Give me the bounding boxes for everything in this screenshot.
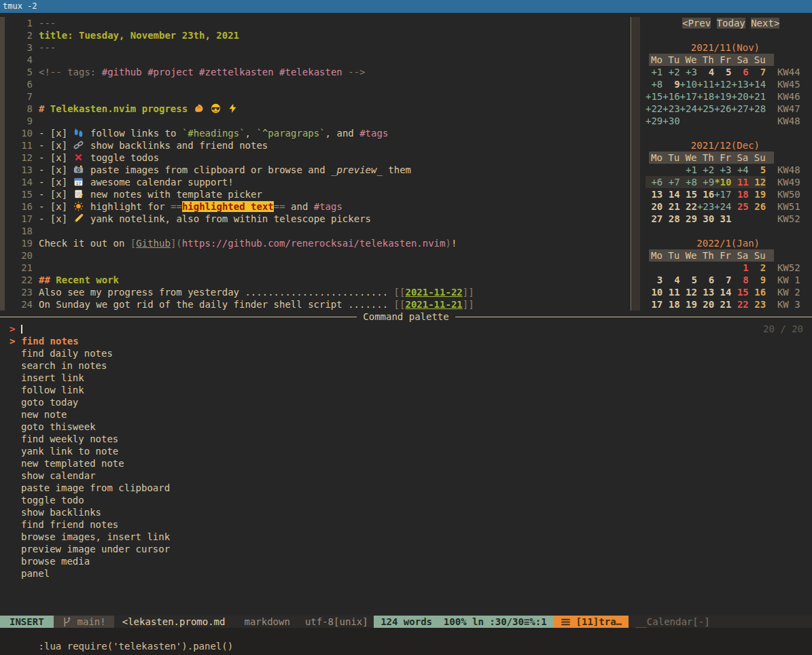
calendar-day[interactable]: 3 (646, 275, 663, 285)
calendar-day[interactable]: +26 (714, 103, 731, 114)
editor-line[interactable]: 9 (5, 115, 631, 127)
calendar-day[interactable]: 26 (749, 201, 766, 212)
calendar-day[interactable]: 4 (697, 67, 714, 77)
calendar-day[interactable]: +2 (697, 164, 714, 175)
calendar-day[interactable]: +12 (714, 79, 731, 90)
calendar-day[interactable]: +27 (731, 103, 748, 114)
editor-line[interactable]: 10- [x] follow links to `#headings`, `^p… (5, 127, 631, 139)
calendar-day[interactable]: 5 (714, 67, 731, 77)
calendar-day[interactable]: +30 (663, 116, 679, 126)
calendar-day[interactable]: 7 (714, 275, 731, 285)
calendar-day[interactable]: +19 (714, 91, 731, 102)
editor-line[interactable]: 19Check it out on [Github](https://githu… (5, 237, 631, 249)
calendar-day[interactable]: +23 (663, 103, 679, 114)
editor-line[interactable]: 5<!-- tags: #github #project #zettelkast… (5, 66, 631, 78)
calendar-day[interactable]: 21 (663, 201, 679, 212)
calendar-day[interactable]: 7 (749, 67, 766, 77)
calendar-day[interactable]: +10 (680, 79, 697, 90)
editor-line[interactable]: 13- [x] paste images from clipboard or b… (5, 164, 631, 176)
pane-separator[interactable] (631, 17, 631, 311)
editor-line[interactable]: 14- [x] 17 awesome calendar support! (5, 176, 631, 188)
calendar-nav-next[interactable]: Next> (751, 18, 779, 29)
calendar-day[interactable]: 8 (731, 275, 748, 285)
url-link[interactable]: https://github.com/renerocksai/telekaste… (182, 238, 446, 249)
calendar-nav-prev[interactable]: <Prev (682, 18, 711, 29)
calendar-day[interactable]: 18 (731, 189, 748, 200)
editor-line[interactable]: 15- [x] new notes with template picker (5, 188, 631, 200)
editor-line[interactable]: 11- [x] show backlinks and friend notes (5, 139, 631, 152)
calendar-day[interactable]: 22 (731, 299, 748, 310)
calendar-day[interactable]: 5 (749, 164, 766, 175)
calendar-day[interactable]: +29 (646, 116, 663, 126)
calendar-day[interactable]: +2 (663, 67, 679, 77)
calendar-day[interactable]: 11 (731, 177, 748, 188)
calendar-day[interactable]: 2 (749, 262, 766, 273)
editor-line[interactable]: 1--- (5, 17, 631, 29)
palette-item[interactable]: find daily notes (0, 347, 812, 359)
calendar-day[interactable]: 13 (646, 189, 663, 200)
calendar-day[interactable]: 6 (731, 67, 748, 77)
calendar-day[interactable]: 16 (697, 189, 714, 200)
calendar-day[interactable]: +22 (646, 103, 663, 114)
calendar-day[interactable]: 29 (680, 213, 697, 224)
calendar-day[interactable]: 15 (680, 189, 697, 200)
calendar-day[interactable]: 11 (663, 287, 679, 298)
palette-item[interactable]: panel (0, 567, 812, 580)
editor-line[interactable]: 7 (5, 90, 631, 103)
calendar-day[interactable]: +4 (731, 164, 748, 175)
calendar-day[interactable]: 20 (697, 299, 714, 310)
md-link[interactable]: Github (136, 238, 171, 249)
calendar-day[interactable]: 18 (663, 299, 679, 310)
calendar-day[interactable]: +16 (663, 91, 679, 102)
palette-item[interactable]: search in notes (0, 359, 812, 372)
calendar-day[interactable]: +8 (680, 177, 697, 188)
editor-line[interactable]: 21 (5, 262, 631, 274)
calendar-day[interactable]: 27 (646, 213, 663, 224)
calendar-day[interactable]: 20 (646, 201, 663, 212)
calendar-day[interactable]: 1 (731, 262, 748, 273)
palette-item[interactable]: >find notes (0, 335, 812, 347)
editor-line[interactable]: 24On Sunday we got rid of the daily find… (5, 298, 631, 311)
editor-line[interactable]: 20 (5, 249, 631, 262)
palette-item[interactable]: yank link to note (0, 445, 812, 457)
calendar-day[interactable]: 19 (680, 299, 697, 310)
palette-prompt-input[interactable]: > 20 / 20 (0, 323, 812, 335)
calendar-day[interactable]: 28 (663, 213, 679, 224)
editor-line[interactable]: 4 (5, 54, 631, 66)
calendar-day[interactable]: 19 (749, 189, 766, 200)
editor-line[interactable]: 18 (5, 225, 631, 237)
calendar-day[interactable]: 23 (749, 299, 766, 310)
calendar-day[interactable]: +3 (714, 164, 731, 175)
palette-item[interactable]: new templated note (0, 457, 812, 470)
editor-pane[interactable]: 1---2title: Tuesday, November 23th, 2021… (5, 17, 631, 311)
command-line[interactable]: :lua require('telekasten').panel() (0, 628, 812, 640)
calendar-day[interactable]: +1 (680, 164, 697, 175)
palette-item[interactable]: find weekly notes (0, 433, 812, 445)
calendar-day[interactable]: +20 (731, 91, 748, 102)
palette-item[interactable]: show calendar (0, 470, 812, 482)
calendar-day[interactable]: +24 (680, 103, 697, 114)
calendar-day[interactable]: +25 (697, 103, 714, 114)
palette-item[interactable]: paste image from clipboard (0, 482, 812, 494)
calendar-day[interactable]: +23 (697, 201, 714, 212)
calendar-day[interactable]: +17 (714, 189, 731, 200)
calendar-day[interactable]: +11 (697, 79, 714, 90)
wiki-link[interactable]: 2021-11-21 (405, 299, 462, 310)
calendar-day[interactable]: 14 (714, 287, 731, 298)
calendar-day[interactable]: 10 (646, 287, 663, 298)
palette-item[interactable]: show backlinks (0, 506, 812, 518)
calendar-day[interactable]: +14 (749, 79, 766, 90)
calendar-day[interactable]: 22 (680, 201, 697, 212)
palette-item[interactable]: browse images, insert link (0, 531, 812, 543)
calendar-day[interactable]: +18 (697, 91, 714, 102)
calendar-day[interactable]: 9 (749, 275, 766, 285)
editor-line[interactable]: 2title: Tuesday, November 23th, 2021 (5, 29, 631, 41)
calendar-day[interactable]: +6 (646, 177, 663, 188)
editor-line[interactable]: 17- [x] yank notelink, also from within … (5, 213, 631, 225)
calendar-day[interactable]: +24 (714, 201, 731, 212)
calendar-day[interactable]: 13 (697, 287, 714, 298)
editor-line[interactable]: 23Also see my progress from yesterday ..… (5, 286, 631, 298)
palette-item[interactable]: insert link (0, 372, 812, 384)
calendar-day[interactable]: 25 (731, 201, 748, 212)
calendar-day[interactable]: 17 (646, 299, 663, 310)
